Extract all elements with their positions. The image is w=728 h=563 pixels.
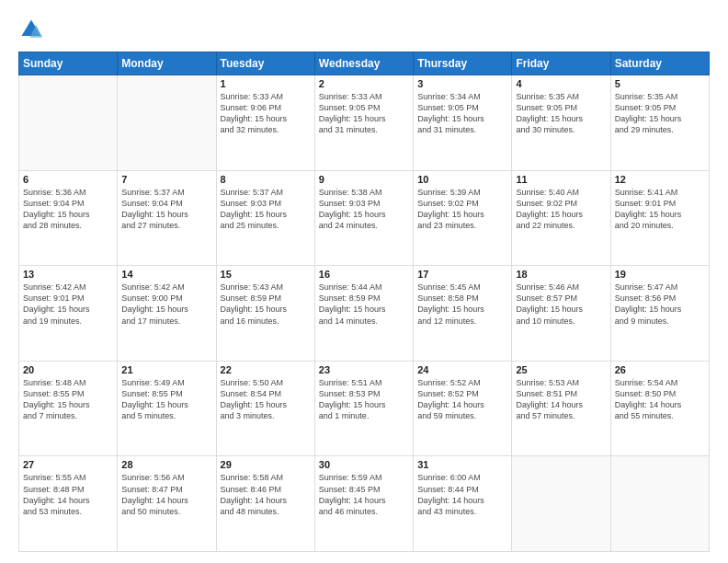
day-info: Sunrise: 5:35 AM Sunset: 9:05 PM Dayligh… bbox=[516, 91, 606, 136]
day-info: Sunrise: 5:39 AM Sunset: 9:02 PM Dayligh… bbox=[417, 187, 507, 232]
weekday-header-sunday: Sunday bbox=[19, 52, 118, 75]
calendar-cell: 13Sunrise: 5:42 AM Sunset: 9:01 PM Dayli… bbox=[19, 266, 118, 362]
day-info: Sunrise: 6:00 AM Sunset: 8:44 PM Dayligh… bbox=[417, 472, 507, 517]
calendar-cell: 25Sunrise: 5:53 AM Sunset: 8:51 PM Dayli… bbox=[512, 361, 610, 456]
calendar-cell: 31Sunrise: 6:00 AM Sunset: 8:44 PM Dayli… bbox=[414, 456, 512, 552]
day-info: Sunrise: 5:53 AM Sunset: 8:51 PM Dayligh… bbox=[516, 377, 606, 422]
day-number: 31 bbox=[417, 459, 507, 470]
day-number: 10 bbox=[417, 174, 507, 185]
day-number: 19 bbox=[615, 269, 705, 280]
calendar-cell: 22Sunrise: 5:50 AM Sunset: 8:54 PM Dayli… bbox=[216, 361, 314, 456]
day-info: Sunrise: 5:38 AM Sunset: 9:03 PM Dayligh… bbox=[319, 187, 409, 232]
day-info: Sunrise: 5:42 AM Sunset: 9:00 PM Dayligh… bbox=[121, 282, 211, 327]
day-number: 7 bbox=[121, 174, 211, 185]
calendar-cell: 21Sunrise: 5:49 AM Sunset: 8:55 PM Dayli… bbox=[118, 361, 216, 456]
day-number: 26 bbox=[615, 364, 705, 375]
day-info: Sunrise: 5:41 AM Sunset: 9:01 PM Dayligh… bbox=[615, 187, 705, 232]
calendar-cell: 5Sunrise: 5:35 AM Sunset: 9:05 PM Daylig… bbox=[610, 75, 709, 171]
day-info: Sunrise: 5:56 AM Sunset: 8:47 PM Dayligh… bbox=[121, 472, 211, 517]
week-row-4: 20Sunrise: 5:48 AM Sunset: 8:55 PM Dayli… bbox=[19, 361, 710, 456]
day-number: 20 bbox=[23, 364, 113, 375]
weekday-header-monday: Monday bbox=[118, 52, 216, 75]
calendar-cell: 8Sunrise: 5:37 AM Sunset: 9:03 PM Daylig… bbox=[216, 170, 314, 266]
calendar-cell: 7Sunrise: 5:37 AM Sunset: 9:04 PM Daylig… bbox=[118, 170, 216, 266]
day-info: Sunrise: 5:46 AM Sunset: 8:57 PM Dayligh… bbox=[516, 282, 606, 327]
calendar-cell bbox=[19, 75, 118, 171]
day-info: Sunrise: 5:47 AM Sunset: 8:56 PM Dayligh… bbox=[615, 282, 705, 327]
day-number: 1 bbox=[221, 78, 311, 89]
day-number: 11 bbox=[516, 174, 606, 185]
day-info: Sunrise: 5:48 AM Sunset: 8:55 PM Dayligh… bbox=[23, 377, 113, 422]
day-number: 28 bbox=[121, 459, 211, 470]
header bbox=[18, 17, 710, 42]
calendar-cell bbox=[118, 75, 216, 171]
day-info: Sunrise: 5:44 AM Sunset: 8:59 PM Dayligh… bbox=[319, 282, 409, 327]
day-number: 6 bbox=[23, 174, 113, 185]
week-row-3: 13Sunrise: 5:42 AM Sunset: 9:01 PM Dayli… bbox=[19, 266, 710, 362]
calendar-cell: 14Sunrise: 5:42 AM Sunset: 9:00 PM Dayli… bbox=[118, 266, 216, 362]
calendar-cell: 10Sunrise: 5:39 AM Sunset: 9:02 PM Dayli… bbox=[414, 170, 512, 266]
day-info: Sunrise: 5:36 AM Sunset: 9:04 PM Dayligh… bbox=[23, 187, 113, 232]
calendar-cell: 15Sunrise: 5:43 AM Sunset: 8:59 PM Dayli… bbox=[216, 266, 314, 362]
calendar-cell bbox=[512, 456, 610, 552]
day-info: Sunrise: 5:59 AM Sunset: 8:45 PM Dayligh… bbox=[319, 472, 409, 517]
day-info: Sunrise: 5:43 AM Sunset: 8:59 PM Dayligh… bbox=[221, 282, 311, 327]
day-info: Sunrise: 5:58 AM Sunset: 8:46 PM Dayligh… bbox=[221, 472, 311, 517]
day-info: Sunrise: 5:33 AM Sunset: 9:05 PM Dayligh… bbox=[319, 91, 409, 136]
day-number: 4 bbox=[516, 78, 606, 89]
day-number: 3 bbox=[417, 78, 507, 89]
day-info: Sunrise: 5:49 AM Sunset: 8:55 PM Dayligh… bbox=[121, 377, 211, 422]
calendar-cell: 6Sunrise: 5:36 AM Sunset: 9:04 PM Daylig… bbox=[19, 170, 118, 266]
day-info: Sunrise: 5:33 AM Sunset: 9:06 PM Dayligh… bbox=[221, 91, 311, 136]
calendar-cell: 28Sunrise: 5:56 AM Sunset: 8:47 PM Dayli… bbox=[118, 456, 216, 552]
calendar-cell: 1Sunrise: 5:33 AM Sunset: 9:06 PM Daylig… bbox=[216, 75, 314, 171]
calendar-cell: 29Sunrise: 5:58 AM Sunset: 8:46 PM Dayli… bbox=[216, 456, 314, 552]
weekday-header-saturday: Saturday bbox=[610, 52, 709, 75]
logo bbox=[18, 17, 48, 42]
weekday-header-friday: Friday bbox=[512, 52, 610, 75]
calendar-cell: 20Sunrise: 5:48 AM Sunset: 8:55 PM Dayli… bbox=[19, 361, 118, 456]
calendar-cell: 16Sunrise: 5:44 AM Sunset: 8:59 PM Dayli… bbox=[314, 266, 413, 362]
day-info: Sunrise: 5:42 AM Sunset: 9:01 PM Dayligh… bbox=[23, 282, 113, 327]
calendar-cell: 11Sunrise: 5:40 AM Sunset: 9:02 PM Dayli… bbox=[512, 170, 610, 266]
calendar-table: SundayMondayTuesdayWednesdayThursdayFrid… bbox=[18, 52, 710, 552]
calendar-cell: 3Sunrise: 5:34 AM Sunset: 9:05 PM Daylig… bbox=[414, 75, 512, 171]
week-row-2: 6Sunrise: 5:36 AM Sunset: 9:04 PM Daylig… bbox=[19, 170, 710, 266]
day-info: Sunrise: 5:34 AM Sunset: 9:05 PM Dayligh… bbox=[417, 91, 507, 136]
weekday-header-row: SundayMondayTuesdayWednesdayThursdayFrid… bbox=[19, 52, 710, 75]
week-row-5: 27Sunrise: 5:55 AM Sunset: 8:48 PM Dayli… bbox=[19, 456, 710, 552]
calendar-cell: 4Sunrise: 5:35 AM Sunset: 9:05 PM Daylig… bbox=[512, 75, 610, 171]
day-number: 15 bbox=[221, 269, 311, 280]
day-number: 13 bbox=[23, 269, 113, 280]
day-info: Sunrise: 5:52 AM Sunset: 8:52 PM Dayligh… bbox=[417, 377, 507, 422]
day-number: 27 bbox=[23, 459, 113, 470]
day-number: 23 bbox=[319, 364, 409, 375]
logo-icon bbox=[18, 17, 44, 42]
day-number: 8 bbox=[221, 174, 311, 185]
day-number: 2 bbox=[319, 78, 409, 89]
calendar-cell: 19Sunrise: 5:47 AM Sunset: 8:56 PM Dayli… bbox=[610, 266, 709, 362]
calendar-cell: 12Sunrise: 5:41 AM Sunset: 9:01 PM Dayli… bbox=[610, 170, 709, 266]
day-info: Sunrise: 5:37 AM Sunset: 9:03 PM Dayligh… bbox=[221, 187, 311, 232]
day-number: 14 bbox=[121, 269, 211, 280]
calendar-cell: 17Sunrise: 5:45 AM Sunset: 8:58 PM Dayli… bbox=[414, 266, 512, 362]
day-info: Sunrise: 5:37 AM Sunset: 9:04 PM Dayligh… bbox=[121, 187, 211, 232]
page: SundayMondayTuesdayWednesdayThursdayFrid… bbox=[0, 0, 728, 563]
calendar-cell: 24Sunrise: 5:52 AM Sunset: 8:52 PM Dayli… bbox=[414, 361, 512, 456]
day-number: 29 bbox=[221, 459, 311, 470]
day-number: 30 bbox=[319, 459, 409, 470]
day-number: 22 bbox=[221, 364, 311, 375]
calendar-cell bbox=[610, 456, 709, 552]
weekday-header-thursday: Thursday bbox=[414, 52, 512, 75]
calendar-cell: 9Sunrise: 5:38 AM Sunset: 9:03 PM Daylig… bbox=[314, 170, 413, 266]
day-info: Sunrise: 5:40 AM Sunset: 9:02 PM Dayligh… bbox=[516, 187, 606, 232]
day-info: Sunrise: 5:45 AM Sunset: 8:58 PM Dayligh… bbox=[417, 282, 507, 327]
day-number: 21 bbox=[121, 364, 211, 375]
day-info: Sunrise: 5:54 AM Sunset: 8:50 PM Dayligh… bbox=[615, 377, 705, 422]
calendar-cell: 30Sunrise: 5:59 AM Sunset: 8:45 PM Dayli… bbox=[314, 456, 413, 552]
calendar-cell: 26Sunrise: 5:54 AM Sunset: 8:50 PM Dayli… bbox=[610, 361, 709, 456]
day-number: 24 bbox=[417, 364, 507, 375]
day-info: Sunrise: 5:35 AM Sunset: 9:05 PM Dayligh… bbox=[615, 91, 705, 136]
day-number: 9 bbox=[319, 174, 409, 185]
week-row-1: 1Sunrise: 5:33 AM Sunset: 9:06 PM Daylig… bbox=[19, 75, 710, 171]
